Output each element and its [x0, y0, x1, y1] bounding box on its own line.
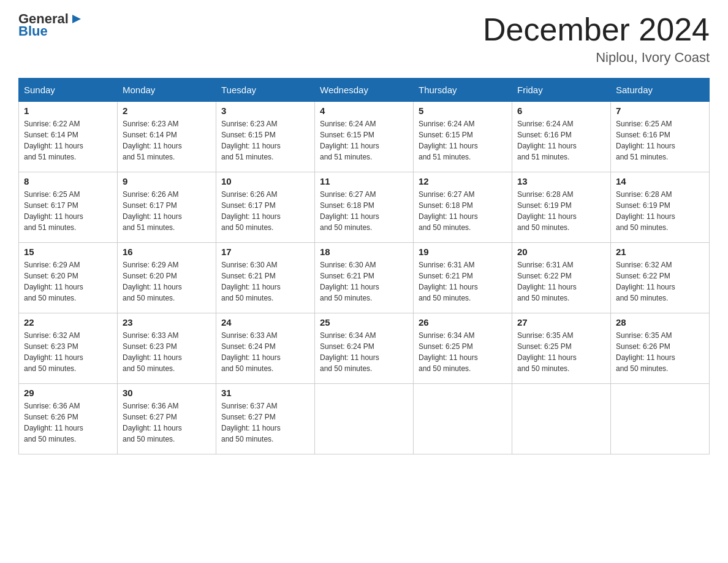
- calendar-cell: 29 Sunrise: 6:36 AM Sunset: 6:26 PM Dayl…: [19, 384, 118, 454]
- day-info: Sunrise: 6:23 AM Sunset: 6:15 PM Dayligh…: [221, 118, 309, 163]
- day-number: 8: [24, 176, 112, 186]
- day-number: 19: [419, 247, 507, 257]
- day-number: 2: [123, 105, 211, 116]
- logo: General Blue: [18, 12, 83, 38]
- day-number: 21: [616, 247, 704, 257]
- day-info: Sunrise: 6:23 AM Sunset: 6:14 PM Dayligh…: [123, 118, 211, 163]
- calendar-cell: 11 Sunrise: 6:27 AM Sunset: 6:18 PM Dayl…: [315, 172, 414, 243]
- calendar-week-row: 29 Sunrise: 6:36 AM Sunset: 6:26 PM Dayl…: [19, 384, 710, 454]
- day-number: 22: [24, 317, 112, 327]
- calendar-title: December 2024: [483, 12, 710, 47]
- day-info: Sunrise: 6:36 AM Sunset: 6:27 PM Dayligh…: [123, 400, 211, 445]
- day-info: Sunrise: 6:25 AM Sunset: 6:16 PM Dayligh…: [616, 118, 704, 163]
- day-info: Sunrise: 6:31 AM Sunset: 6:22 PM Dayligh…: [517, 259, 605, 304]
- day-info: Sunrise: 6:33 AM Sunset: 6:23 PM Dayligh…: [123, 330, 211, 374]
- calendar-cell: 17 Sunrise: 6:30 AM Sunset: 6:21 PM Dayl…: [216, 243, 315, 313]
- weekday-header-thursday: Thursday: [414, 79, 512, 102]
- calendar-cell: 10 Sunrise: 6:26 AM Sunset: 6:17 PM Dayl…: [216, 172, 315, 243]
- calendar-cell: 2 Sunrise: 6:23 AM Sunset: 6:14 PM Dayli…: [118, 102, 216, 172]
- calendar-cell: [315, 384, 414, 454]
- calendar-cell: 30 Sunrise: 6:36 AM Sunset: 6:27 PM Dayl…: [118, 384, 216, 454]
- day-number: 13: [517, 176, 605, 186]
- calendar-cell: 27 Sunrise: 6:35 AM Sunset: 6:25 PM Dayl…: [512, 313, 611, 384]
- day-info: Sunrise: 6:35 AM Sunset: 6:25 PM Dayligh…: [517, 330, 605, 374]
- day-number: 26: [419, 317, 507, 327]
- day-number: 5: [419, 105, 507, 116]
- weekday-header-monday: Monday: [118, 79, 216, 102]
- calendar-cell: 28 Sunrise: 6:35 AM Sunset: 6:26 PM Dayl…: [611, 313, 710, 384]
- day-info: Sunrise: 6:27 AM Sunset: 6:18 PM Dayligh…: [419, 189, 507, 233]
- day-info: Sunrise: 6:30 AM Sunset: 6:21 PM Dayligh…: [320, 259, 408, 304]
- day-number: 7: [616, 105, 704, 116]
- day-number: 23: [123, 317, 211, 327]
- calendar-cell: 24 Sunrise: 6:33 AM Sunset: 6:24 PM Dayl…: [216, 313, 315, 384]
- title-block: December 2024 Niplou, Ivory Coast: [483, 12, 710, 66]
- calendar-cell: [512, 384, 611, 454]
- day-number: 1: [24, 105, 112, 116]
- calendar-week-row: 22 Sunrise: 6:32 AM Sunset: 6:23 PM Dayl…: [19, 313, 710, 384]
- day-info: Sunrise: 6:32 AM Sunset: 6:22 PM Dayligh…: [616, 259, 704, 304]
- day-info: Sunrise: 6:30 AM Sunset: 6:21 PM Dayligh…: [221, 259, 309, 304]
- calendar-cell: 6 Sunrise: 6:24 AM Sunset: 6:16 PM Dayli…: [512, 102, 611, 172]
- day-number: 10: [221, 176, 309, 186]
- calendar-cell: 5 Sunrise: 6:24 AM Sunset: 6:15 PM Dayli…: [414, 102, 512, 172]
- day-info: Sunrise: 6:32 AM Sunset: 6:23 PM Dayligh…: [24, 330, 112, 374]
- calendar-cell: [611, 384, 710, 454]
- day-info: Sunrise: 6:26 AM Sunset: 6:17 PM Dayligh…: [221, 189, 309, 233]
- day-info: Sunrise: 6:26 AM Sunset: 6:17 PM Dayligh…: [123, 189, 211, 233]
- day-info: Sunrise: 6:27 AM Sunset: 6:18 PM Dayligh…: [320, 189, 408, 233]
- day-info: Sunrise: 6:24 AM Sunset: 6:16 PM Dayligh…: [517, 118, 605, 163]
- day-info: Sunrise: 6:34 AM Sunset: 6:25 PM Dayligh…: [419, 330, 507, 374]
- calendar-cell: 26 Sunrise: 6:34 AM Sunset: 6:25 PM Dayl…: [414, 313, 512, 384]
- calendar-cell: 15 Sunrise: 6:29 AM Sunset: 6:20 PM Dayl…: [19, 243, 118, 313]
- weekday-header-wednesday: Wednesday: [315, 79, 414, 102]
- calendar-cell: 22 Sunrise: 6:32 AM Sunset: 6:23 PM Dayl…: [19, 313, 118, 384]
- day-number: 31: [221, 388, 309, 398]
- day-number: 24: [221, 317, 309, 327]
- day-info: Sunrise: 6:28 AM Sunset: 6:19 PM Dayligh…: [517, 189, 605, 233]
- calendar-cell: 20 Sunrise: 6:31 AM Sunset: 6:22 PM Dayl…: [512, 243, 611, 313]
- day-info: Sunrise: 6:29 AM Sunset: 6:20 PM Dayligh…: [123, 259, 211, 304]
- calendar-cell: 13 Sunrise: 6:28 AM Sunset: 6:19 PM Dayl…: [512, 172, 611, 243]
- weekday-header-sunday: Sunday: [19, 79, 118, 102]
- day-info: Sunrise: 6:24 AM Sunset: 6:15 PM Dayligh…: [419, 118, 507, 163]
- calendar-cell: 14 Sunrise: 6:28 AM Sunset: 6:19 PM Dayl…: [611, 172, 710, 243]
- day-info: Sunrise: 6:25 AM Sunset: 6:17 PM Dayligh…: [24, 189, 112, 233]
- day-number: 15: [24, 247, 112, 257]
- day-info: Sunrise: 6:35 AM Sunset: 6:26 PM Dayligh…: [616, 330, 704, 374]
- day-number: 18: [320, 247, 408, 257]
- weekday-header-saturday: Saturday: [611, 79, 710, 102]
- day-info: Sunrise: 6:36 AM Sunset: 6:26 PM Dayligh…: [24, 400, 112, 445]
- page-header: General Blue December 2024 Niplou, Ivory…: [18, 12, 710, 66]
- weekday-header-row: SundayMondayTuesdayWednesdayThursdayFrid…: [19, 79, 710, 102]
- calendar-week-row: 8 Sunrise: 6:25 AM Sunset: 6:17 PM Dayli…: [19, 172, 710, 243]
- day-number: 6: [517, 105, 605, 116]
- day-number: 14: [616, 176, 704, 186]
- day-number: 17: [221, 247, 309, 257]
- svg-marker-0: [72, 15, 81, 23]
- calendar-cell: 7 Sunrise: 6:25 AM Sunset: 6:16 PM Dayli…: [611, 102, 710, 172]
- day-info: Sunrise: 6:28 AM Sunset: 6:19 PM Dayligh…: [616, 189, 704, 233]
- day-number: 20: [517, 247, 605, 257]
- calendar-cell: 25 Sunrise: 6:34 AM Sunset: 6:24 PM Dayl…: [315, 313, 414, 384]
- logo-arrow-icon: [70, 12, 83, 26]
- day-info: Sunrise: 6:33 AM Sunset: 6:24 PM Dayligh…: [221, 330, 309, 374]
- logo-blue: Blue: [18, 25, 48, 38]
- day-info: Sunrise: 6:24 AM Sunset: 6:15 PM Dayligh…: [320, 118, 408, 163]
- calendar-cell: 3 Sunrise: 6:23 AM Sunset: 6:15 PM Dayli…: [216, 102, 315, 172]
- calendar-table: SundayMondayTuesdayWednesdayThursdayFrid…: [18, 78, 710, 454]
- weekday-header-tuesday: Tuesday: [216, 79, 315, 102]
- calendar-cell: 23 Sunrise: 6:33 AM Sunset: 6:23 PM Dayl…: [118, 313, 216, 384]
- day-number: 4: [320, 105, 408, 116]
- day-number: 9: [123, 176, 211, 186]
- day-number: 12: [419, 176, 507, 186]
- day-info: Sunrise: 6:34 AM Sunset: 6:24 PM Dayligh…: [320, 330, 408, 374]
- calendar-cell: 4 Sunrise: 6:24 AM Sunset: 6:15 PM Dayli…: [315, 102, 414, 172]
- day-number: 28: [616, 317, 704, 327]
- calendar-cell: [414, 384, 512, 454]
- day-number: 16: [123, 247, 211, 257]
- calendar-cell: 21 Sunrise: 6:32 AM Sunset: 6:22 PM Dayl…: [611, 243, 710, 313]
- day-info: Sunrise: 6:31 AM Sunset: 6:21 PM Dayligh…: [419, 259, 507, 304]
- day-number: 11: [320, 176, 408, 186]
- calendar-week-row: 1 Sunrise: 6:22 AM Sunset: 6:14 PM Dayli…: [19, 102, 710, 172]
